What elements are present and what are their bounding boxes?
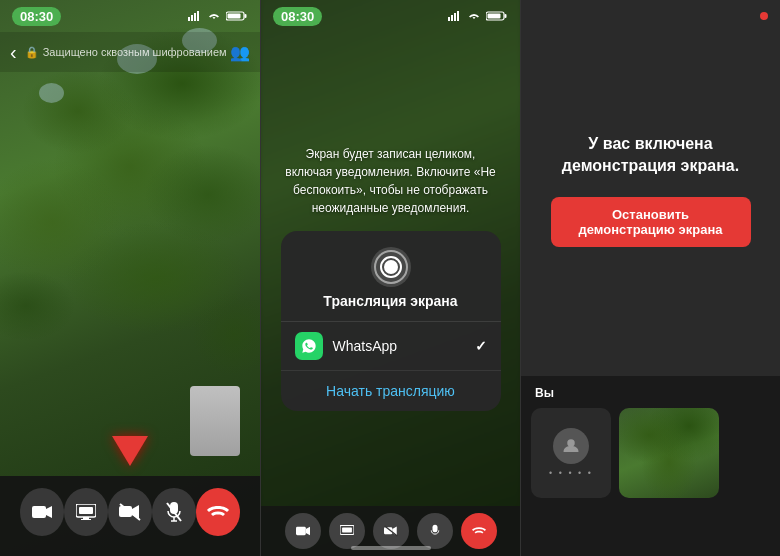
start-broadcast-button[interactable]: Начать трансляцию xyxy=(281,371,501,411)
screen-share-modal: Экран будет записан целиком, включая уве… xyxy=(281,145,501,411)
panel2-screen-share: 08:30 Экран будет записан целиком, включ… xyxy=(260,0,520,556)
svg-rect-1 xyxy=(191,15,193,21)
battery-icon xyxy=(226,11,248,21)
svg-rect-5 xyxy=(245,14,247,18)
svg-rect-9 xyxy=(83,517,89,519)
p2-endcall-btn[interactable] xyxy=(461,513,497,549)
panel1-video-call: 08:30 ‹ 🔒 Защищено сквозным шифрова xyxy=(0,0,260,556)
red-arrow xyxy=(112,436,148,466)
participant-avatar xyxy=(553,428,589,464)
video-off-icon xyxy=(119,503,141,521)
screen-share-button[interactable] xyxy=(64,488,108,536)
status-time: 08:30 xyxy=(12,7,61,26)
svg-rect-7 xyxy=(32,506,46,518)
participant-thumbnail xyxy=(619,408,719,498)
screen-share-icon xyxy=(76,504,96,520)
p2-mic-btn[interactable] xyxy=(417,513,453,549)
home-indicator xyxy=(351,546,431,550)
participant-card-self: • • • • • xyxy=(531,408,611,498)
mic-off-button[interactable] xyxy=(152,488,196,536)
modal-header: Трансляция экрана xyxy=(281,231,501,322)
svg-rect-27 xyxy=(342,528,352,533)
svg-rect-11 xyxy=(79,507,93,514)
back-button[interactable]: ‹ xyxy=(10,42,17,62)
svg-rect-0 xyxy=(188,17,190,21)
app-name: WhatsApp xyxy=(333,338,475,354)
svg-rect-25 xyxy=(296,527,306,535)
header-encrypted-label: Защищено сквозным шифрованием xyxy=(43,46,227,58)
demo-title: У вас включена демонстрация экрана. xyxy=(541,133,760,178)
lock-icon: 🔒 xyxy=(25,46,39,59)
mic-dots: • • • • • xyxy=(549,468,593,478)
header-right-icons: 👥 xyxy=(230,43,250,62)
broadcast-icon xyxy=(371,247,411,287)
panel1-controls xyxy=(0,476,260,556)
svg-rect-18 xyxy=(448,17,450,21)
svg-rect-19 xyxy=(451,15,453,21)
modal-card: Трансляция экрана WhatsApp ✓ Начать тран… xyxy=(281,231,501,411)
p2-vidoff-btn[interactable] xyxy=(373,513,409,549)
p2-screen-btn[interactable] xyxy=(329,513,365,549)
background-object xyxy=(190,386,240,456)
recording-dot-indicator xyxy=(760,12,768,20)
camera-icon xyxy=(32,504,52,520)
panel3-main: У вас включена демонстрация экрана. Оста… xyxy=(521,0,780,380)
warning-text: Экран будет записан целиком, включая уве… xyxy=(281,145,501,217)
end-call-button[interactable] xyxy=(196,488,240,536)
p2-vidoff-icon xyxy=(384,525,398,537)
whatsapp-icon xyxy=(295,332,323,360)
participant-row: • • • • • xyxy=(531,408,770,498)
lock-icon-wrap: 🔒 Защищено сквозным шифрованием xyxy=(25,46,227,59)
phone-icon xyxy=(207,506,229,518)
svg-point-31 xyxy=(567,439,575,447)
svg-rect-30 xyxy=(432,525,437,533)
p2-camera-icon xyxy=(296,525,310,537)
p2-mic-icon xyxy=(430,524,440,538)
p2-wifi-icon xyxy=(467,11,481,21)
panel2-status-bar: 08:30 xyxy=(261,0,520,32)
controls-row xyxy=(0,488,260,536)
whatsapp-logo xyxy=(301,338,317,354)
arrow-indicator xyxy=(112,436,148,466)
wifi-icon xyxy=(207,11,221,21)
thumbnail-tree xyxy=(619,408,719,498)
app-selection-row[interactable]: WhatsApp ✓ xyxy=(281,322,501,371)
svg-rect-24 xyxy=(488,14,501,19)
video-off-button[interactable] xyxy=(108,488,152,536)
start-broadcast-label: Начать трансляцию xyxy=(326,383,455,399)
svg-rect-10 xyxy=(81,519,91,520)
tree-background xyxy=(0,0,260,556)
stop-demo-button[interactable]: Остановить демонстрацию экрана xyxy=(551,197,751,247)
person-icon xyxy=(562,437,580,455)
p2-signal-icon xyxy=(448,11,462,21)
p2-battery-icon xyxy=(486,11,508,21)
p2-phone-icon xyxy=(472,527,486,535)
svg-rect-15 xyxy=(170,502,178,514)
svg-rect-21 xyxy=(457,11,459,21)
panel3-demo-screen: У вас включена демонстрация экрана. Оста… xyxy=(520,0,780,556)
panel1-header: ‹ 🔒 Защищено сквозным шифрованием 👥 xyxy=(0,32,260,72)
svg-rect-3 xyxy=(197,11,199,21)
svg-rect-2 xyxy=(194,13,196,21)
svg-rect-20 xyxy=(454,13,456,21)
svg-rect-23 xyxy=(505,14,507,18)
panel2-time: 08:30 xyxy=(273,7,322,26)
svg-rect-6 xyxy=(228,14,241,19)
signal-icon xyxy=(188,11,202,21)
mic-off-icon xyxy=(166,502,182,522)
panel2-status-icons xyxy=(448,11,508,21)
p2-screen-icon xyxy=(340,525,354,537)
status-icons xyxy=(188,11,248,21)
participant-label: Вы xyxy=(531,386,770,400)
p2-camera-btn[interactable] xyxy=(285,513,321,549)
panel3-bottom: Вы • • • • • xyxy=(521,376,780,556)
checkmark-icon: ✓ xyxy=(475,338,487,354)
svg-rect-13 xyxy=(119,506,132,517)
camera-button[interactable] xyxy=(20,488,64,536)
broadcast-dot xyxy=(384,260,398,274)
panel1-status-bar: 08:30 xyxy=(0,0,260,32)
modal-header-title: Трансляция экрана xyxy=(323,293,457,309)
contacts-icon[interactable]: 👥 xyxy=(230,43,250,62)
